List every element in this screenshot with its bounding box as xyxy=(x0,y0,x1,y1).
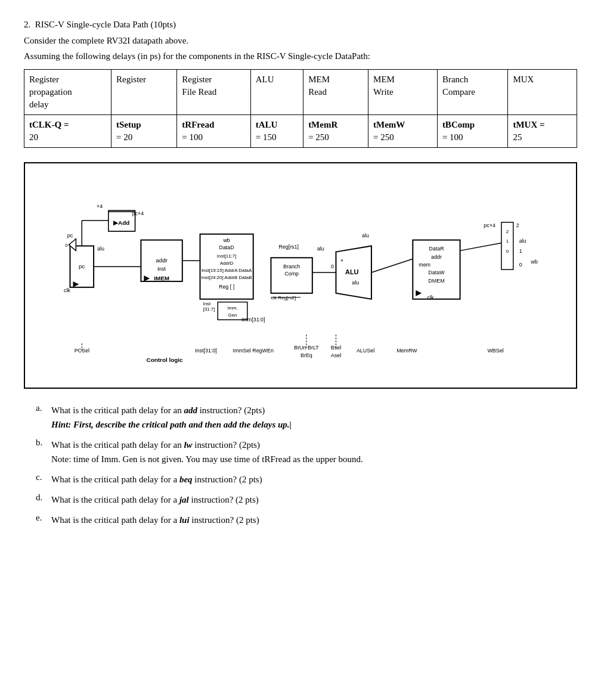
svg-text:DataW: DataW xyxy=(428,270,445,275)
val-4: tMemR= 250 xyxy=(303,114,368,147)
questions-list: a. What is the critical path delay for a… xyxy=(24,403,577,527)
col-header-0: Registerpropagationdelay xyxy=(24,69,111,114)
svg-text:alu: alu xyxy=(362,232,369,238)
col-header-5: MEMWrite xyxy=(368,69,438,114)
val-6: tBComp= 100 xyxy=(437,114,508,147)
svg-text:0: 0 xyxy=(506,249,509,254)
svg-text:addr: addr xyxy=(156,257,168,264)
svg-text:AddrD: AddrD xyxy=(220,261,234,266)
svg-text:Asel: Asel xyxy=(331,352,341,358)
svg-text:DMEM: DMEM xyxy=(428,277,444,283)
svg-text:Inst[11:7]: Inst[11:7] xyxy=(217,253,237,259)
svg-text:2: 2 xyxy=(516,222,519,228)
svg-text:clk: clk xyxy=(427,294,434,300)
svg-text:+4: +4 xyxy=(97,203,103,209)
question-c: c. What is the critical path delay for a… xyxy=(36,472,577,487)
intro-line-1: Consider the complete RV32I datapath abo… xyxy=(24,34,577,48)
svg-text:+: + xyxy=(340,258,343,264)
question-header: 2. RISC-V Single-cycle Data Path (10pts)… xyxy=(24,18,577,63)
val-1: tSetup= 20 xyxy=(111,114,177,147)
svg-text:addr: addr xyxy=(431,254,442,260)
svg-text:alu: alu xyxy=(97,246,104,252)
table-header-row: Registerpropagationdelay Register Regist… xyxy=(24,69,577,114)
svg-text:Inst: Inst xyxy=(203,301,211,306)
diagram-svg: pc clk +4 ▶Add addr inst IMEM 0 wb DataD… xyxy=(35,173,566,378)
question-b: b. What is the critical path delay for a… xyxy=(36,438,577,466)
svg-text:MemRW: MemRW xyxy=(396,347,417,353)
svg-text:1: 1 xyxy=(506,239,509,244)
svg-text:alu: alu xyxy=(519,238,526,244)
questions-section: a. What is the critical path delay for a… xyxy=(24,403,577,527)
svg-text:clk: clk xyxy=(64,287,70,293)
svg-text:[31:7]: [31:7] xyxy=(203,306,215,312)
col-header-1: Register xyxy=(111,69,177,114)
svg-text:Inst[19:15] AddrA DataA: Inst[19:15] AddrA DataA xyxy=(202,268,252,273)
svg-text:ALUSel: ALUSel xyxy=(357,347,374,353)
datapath-diagram: pc clk +4 ▶Add addr inst IMEM 0 wb DataD… xyxy=(24,162,577,389)
col-header-7: MUX xyxy=(508,69,577,114)
question-a: a. What is the critical path delay for a… xyxy=(36,403,577,432)
svg-text:pc+4: pc+4 xyxy=(132,210,144,216)
svg-text:IMEM: IMEM xyxy=(154,274,169,281)
delay-table: Registerpropagationdelay Register Regist… xyxy=(24,69,577,148)
svg-text:0: 0 xyxy=(65,243,68,248)
svg-text:Reg [ ]: Reg [ ] xyxy=(219,283,234,289)
svg-text:mem: mem xyxy=(419,262,430,268)
intro-line-2: Assuming the following delays (in ps) fo… xyxy=(24,49,577,63)
svg-text:0: 0 xyxy=(519,262,522,268)
svg-text:wb: wb xyxy=(531,259,538,265)
val-3: tALU= 150 xyxy=(250,114,303,147)
svg-text:BrEq: BrEq xyxy=(300,352,312,358)
svg-text:WBSel: WBSel xyxy=(487,347,503,353)
svg-text:Imm[31:0]: Imm[31:0] xyxy=(241,317,265,323)
svg-text:pc: pc xyxy=(67,232,73,238)
svg-text:pc: pc xyxy=(79,263,85,270)
svg-text:▶Add: ▶Add xyxy=(113,219,129,225)
svg-text:0: 0 xyxy=(331,264,334,270)
svg-text:ALU: ALU xyxy=(345,268,359,275)
val-0: tCLK-Q =20 xyxy=(24,114,111,147)
svg-text:Inst[31:0]: Inst[31:0] xyxy=(195,347,217,353)
svg-text:alu: alu xyxy=(317,246,324,252)
svg-text:DataD: DataD xyxy=(219,244,234,250)
svg-text:inst: inst xyxy=(157,266,166,272)
question-e: e. What is the critical path delay for a… xyxy=(36,513,577,527)
svg-text:1: 1 xyxy=(519,248,522,254)
svg-text:pc+4: pc+4 xyxy=(484,222,495,228)
col-header-2: RegisterFile Read xyxy=(177,69,250,114)
col-header-3: ALU xyxy=(250,69,303,114)
svg-text:wb: wb xyxy=(222,237,230,243)
question-d: d. What is the critical path delay for a… xyxy=(36,493,577,507)
svg-text:Imm.: Imm. xyxy=(227,305,238,311)
svg-text:Gen: Gen xyxy=(228,312,237,318)
val-7: tMUX =25 xyxy=(508,114,577,147)
svg-text:alu: alu xyxy=(352,279,359,285)
svg-text:Branch: Branch xyxy=(283,264,300,270)
col-header-4: MEMRead xyxy=(303,69,368,114)
val-5: tMemW= 250 xyxy=(368,114,438,147)
svg-text:Inst[24:20] AddrB DataB: Inst[24:20] AddrB DataB xyxy=(202,274,252,280)
svg-text:ImmSel RegWEn: ImmSel RegWEn xyxy=(233,347,274,353)
question-title: 2. RISC-V Single-cycle Data Path (10pts) xyxy=(24,18,577,32)
col-header-6: BranchCompare xyxy=(437,69,508,114)
table-value-row: tCLK-Q =20 tSetup= 20 tRFread= 100 tALU=… xyxy=(24,114,577,147)
svg-text:2: 2 xyxy=(506,228,509,234)
val-2: tRFread= 100 xyxy=(177,114,250,147)
svg-text:Control logic: Control logic xyxy=(146,356,183,363)
svg-text:Reg[rs1]: Reg[rs1] xyxy=(278,244,299,250)
svg-text:Comp: Comp xyxy=(284,271,299,277)
svg-text:DataR: DataR xyxy=(429,246,444,252)
